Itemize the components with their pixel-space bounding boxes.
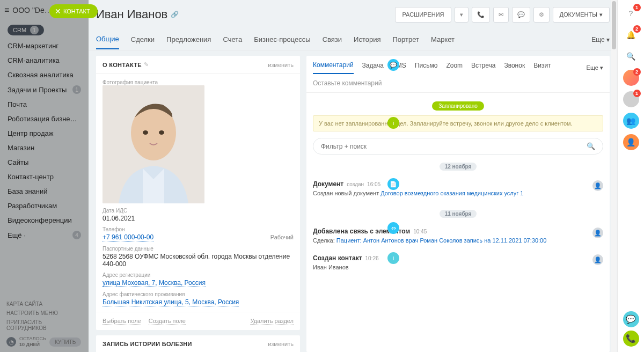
deal-link[interactable]: Пациент: Антон Антонов врач Роман Соколо… [336,237,547,244]
history-record-card: ЗАПИСЬ ИСТОРИИ БОЛЕЗНИ изменить Дата обр… [96,335,300,352]
user-avatar-icon[interactable]: 👤 [592,228,603,238]
timeline-tab-comment[interactable]: Комментарий [313,61,354,74]
tab-market[interactable]: Маркет [431,30,455,49]
passport-value: 5268 2568 ОУФМС Московской обл. города М… [103,253,294,268]
sidebar-item-store[interactable]: Магазин [0,141,89,155]
right-rail: ?1 🔔2 🔍 2 1 👥 👤 💬 📞 [617,0,644,352]
tab-invoices[interactable]: Счета [223,30,242,49]
pencil-icon[interactable]: ✎ [144,61,149,68]
contact-badge-label: КОНТАКТ [63,8,90,14]
invite-employees-link[interactable]: ПРИГЛАСИТЬ СОТРУДНИКОВ [6,318,82,333]
tab-bp[interactable]: Бизнес-процессы [254,30,310,49]
filter-search[interactable]: 🔍 [313,138,603,155]
svg-point-2 [143,130,148,135]
customize-menu-link[interactable]: НАСТРОИТЬ МЕНЮ [6,309,82,318]
bell-icon[interactable]: 🔔2 [623,27,639,43]
comment-input[interactable]: Оставьте комментарий [306,74,610,93]
delete-section-link[interactable]: Удалить раздел [250,318,294,325]
tab-general[interactable]: Общие [96,30,119,49]
documents-button[interactable]: ДОКУМЕНТЫ ▾ [553,7,610,23]
sidebar-item-developers[interactable]: Разработчикам [0,199,89,213]
call-icon[interactable]: 📞 [623,331,639,347]
clock-icon: ◔ [6,337,16,347]
avatar-user-1[interactable]: 2 [623,70,639,86]
tab-deals[interactable]: Сделки [131,30,155,49]
sidebar: ≡ ООО "De… CRM 1 CRM-маркетинг CRM-анали… [0,0,89,352]
patient-photo [103,85,204,203]
tabs-more[interactable]: Еще ▾ [591,36,610,43]
tab-proposals[interactable]: Предложения [166,30,211,49]
reg-addr-value[interactable]: улица Моховая, 7, Москва, Россия [103,279,206,287]
sidebar-item-sites[interactable]: Сайты [0,155,89,170]
fact-addr-value[interactable]: Большая Никитская улица, 5, Москва, Росс… [103,298,239,306]
date-separator-1: 12 ноября [306,161,610,171]
history-title: ЗАПИСЬ ИСТОРИИ БОЛЕЗНИ [103,341,192,347]
ids-date: 01.06.2021 [103,215,294,222]
extensions-dropdown[interactable]: ▾ [455,7,469,23]
event-contact-created: 👤 Создан контакт 10:26 Иван Иванов [306,250,610,277]
change-link[interactable]: изменить [268,62,294,68]
sidebar-item-tasks[interactable]: Задачи и Проекты1 [0,82,89,97]
sidebar-item-knowledge[interactable]: База знаний [0,184,89,199]
timeline-tab-letter[interactable]: Письмо [415,62,438,74]
sidebar-item-crm-marketing[interactable]: CRM-маркетинг [0,39,89,53]
sidebar-item-through-analytics[interactable]: Сквозная аналитика [0,68,89,82]
hamburger-icon[interactable]: ≡ [4,5,9,15]
chat-icon[interactable]: 💬 [512,7,530,23]
sidebar-item-sales-center[interactable]: Центр продаж [0,126,89,141]
tab-history[interactable]: История [354,30,380,49]
org-name: ООО "De… [12,6,52,14]
sidebar-item-videoconf[interactable]: Видеоконференции [0,213,89,228]
user-avatar-icon[interactable]: 👤 [592,254,603,265]
fact-addr-label: Адрес фактического проживания [103,291,294,297]
phone-icon[interactable]: 📞 [472,7,490,23]
close-icon[interactable]: ✕ [55,7,61,16]
svg-point-3 [159,130,164,135]
create-field-link[interactable]: Создать поле [149,318,186,325]
chevron-down-icon: ▾ [599,11,603,18]
timeline-tab-visit[interactable]: Визит [533,62,551,74]
phone-value[interactable]: +7 961 000-00-00 [103,233,153,241]
scrollbar-thumb[interactable] [612,1,616,49]
sidebar-item-more[interactable]: Ещё ·4 [0,228,89,243]
select-field-link[interactable]: Выбрать поле [103,318,141,325]
filter-input[interactable] [321,143,587,150]
no-planned-warning: У вас нет запланированных дел. Запланиру… [313,115,603,131]
ids-date-label: Дата ИДС [103,208,294,214]
scrollbar[interactable] [611,0,617,352]
sidebar-item-mail[interactable]: Почта [0,97,89,112]
search-rail-icon[interactable]: 🔍 [623,48,639,64]
search-icon[interactable]: 🔍 [587,142,595,150]
main-tabs: Общие Сделки Предложения Счета Бизнес-пр… [89,29,617,50]
avatar-user-3[interactable]: 👤 [623,134,639,150]
support-chat-icon[interactable]: 💬 [623,311,639,327]
timeline-tab-task[interactable]: Задача [362,62,384,74]
document-link[interactable]: Договор возмездного оказания медицинских… [380,190,523,196]
link-icon[interactable]: 🔗 [171,11,179,18]
tab-links[interactable]: Связи [323,30,342,49]
tab-portrait[interactable]: Портрет [392,30,419,49]
sidebar-item-robotization[interactable]: Роботизация бизне… [0,112,89,126]
sidebar-item-crm-analytics[interactable]: CRM-аналитика [0,53,89,68]
mail-icon[interactable]: ✉ [493,7,509,23]
timeline-tab-meeting[interactable]: Встреча [471,62,495,74]
about-title: О КОНТАКТЕ [103,62,142,68]
avatar-user-2[interactable]: 1 [623,91,639,107]
timeline-tab-call[interactable]: Звонок [504,62,525,74]
user-avatar-icon[interactable]: 👤 [592,180,603,191]
sidebar-item-crm[interactable]: CRM 1 [0,21,89,39]
timeline-tabs-more[interactable]: Еще ▾ [587,64,603,71]
people-icon[interactable]: 👥 [623,113,639,129]
buy-button[interactable]: КУПИТЬ [49,338,81,347]
sidebar-item-contact-center[interactable]: Контакт-центр [0,170,89,184]
timeline-card: Комментарий Задача SMS Письмо Zoom Встре… [306,56,610,352]
planned-badge: Запланировано [306,100,610,110]
help-icon[interactable]: ?1 [623,5,639,21]
contact-type-badge[interactable]: ✕ КОНТАКТ [49,4,98,18]
timeline-tab-zoom[interactable]: Zoom [446,62,463,74]
phone-label: Телефон [103,226,294,232]
extensions-button[interactable]: РАСШИРЕНИЯ [395,7,451,23]
change-link-2[interactable]: изменить [268,341,294,347]
gear-icon[interactable]: ⚙ [533,7,550,23]
sitemap-link[interactable]: КАРТА САЙТА [6,299,82,309]
